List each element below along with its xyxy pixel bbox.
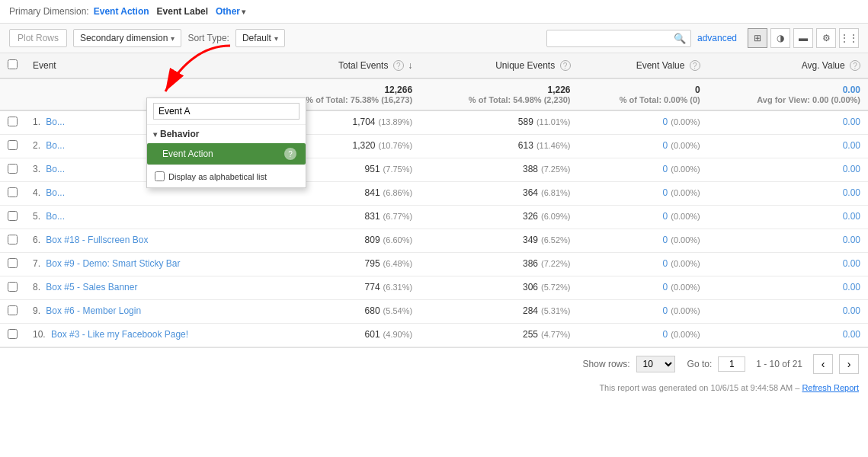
row-checkbox[interactable]: [8, 305, 18, 315]
unique-events-cell: 306(5.72%): [420, 276, 578, 300]
avg-value-cell: 0.00: [708, 110, 868, 135]
dim-event-label[interactable]: Event Label: [157, 6, 208, 17]
unique-events-cell: 386(7.22%): [420, 253, 578, 276]
total-events-help-icon[interactable]: ?: [393, 60, 404, 71]
dim-event-action[interactable]: Event Action: [94, 6, 149, 17]
table-search-box[interactable]: 🔍: [546, 30, 691, 47]
display-alpha-container: Display as alphabetical list: [147, 165, 306, 187]
event-name-link[interactable]: Bo...: [46, 187, 65, 198]
total-events-cell: 680(5.54%): [255, 300, 420, 324]
prev-page-button[interactable]: ‹: [813, 354, 833, 374]
row-checkbox[interactable]: [8, 187, 18, 197]
table-row: 1. Bo... 1,704(13.89%) 589(11.01%) 0(0.0…: [0, 110, 868, 135]
row-checkbox[interactable]: [8, 282, 18, 292]
sort-type-label: Sort Type:: [187, 33, 229, 43]
sort-default-button[interactable]: Default ▾: [235, 29, 285, 47]
summary-row: 12,266 % of Total: 75.38% (16,273) 1,226…: [0, 78, 868, 110]
avg-value-header: Avg. Value ?: [708, 53, 868, 78]
event-name-cell: 5. Bo...: [25, 206, 255, 229]
secondary-dim-search-input[interactable]: [153, 103, 299, 120]
table-search-input[interactable]: [552, 33, 674, 43]
total-events-cell: 795(6.48%): [255, 253, 420, 276]
select-all-checkbox[interactable]: [8, 59, 18, 69]
table-row: 4. Bo... 841(6.86%) 364(6.81%) 0(0.00%) …: [0, 182, 868, 206]
row-checkbox[interactable]: [8, 258, 18, 268]
sec-search-container: [147, 98, 306, 125]
event-value-cell: 0(0.00%): [578, 110, 708, 135]
unique-events-cell: 388(7.25%): [420, 158, 578, 182]
behavior-triangle-icon: ▾: [153, 130, 157, 139]
secondary-dim-button[interactable]: Secondary dimension ▾: [73, 29, 181, 47]
unique-events-help-icon[interactable]: ?: [560, 60, 571, 71]
next-page-button[interactable]: ›: [839, 354, 859, 374]
table-row: 9. Box #6 - Member Login 680(5.54%) 284(…: [0, 300, 868, 324]
event-name-link[interactable]: Box #3 - Like my Facebook Page!: [51, 329, 188, 340]
total-events-cell: 831(6.77%): [255, 206, 420, 229]
primary-dim-bar: Primary Dimension: Event Action Event La…: [0, 0, 868, 24]
pie-view-icon[interactable]: ◑: [770, 28, 790, 48]
row-checkbox[interactable]: [8, 235, 18, 244]
bar-view-icon[interactable]: ▬: [793, 28, 813, 48]
event-header: Event: [25, 53, 255, 78]
unique-events-cell: 255(4.77%): [420, 324, 578, 347]
display-alpha-checkbox[interactable]: [155, 171, 165, 181]
dim-other[interactable]: Other ▾: [216, 6, 245, 17]
avg-value-help-icon[interactable]: ?: [850, 60, 860, 71]
event-value-help-icon[interactable]: ?: [690, 60, 700, 71]
avg-value-cell: 0.00: [708, 182, 868, 206]
grid-view-icon[interactable]: ⊞: [748, 28, 767, 48]
event-name-link[interactable]: Box #5 - Sales Banner: [46, 282, 137, 292]
event-name-link[interactable]: Bo...: [46, 211, 65, 222]
unique-events-cell: 284(5.31%): [420, 300, 578, 324]
row-checkbox[interactable]: [8, 164, 18, 174]
event-name-link[interactable]: Box #18 - Fullscreen Box: [46, 235, 148, 245]
event-value-cell: 0(0.00%): [578, 324, 708, 347]
other-chevron-icon: ▾: [242, 8, 245, 16]
refresh-report-link[interactable]: Refresh Report: [802, 383, 859, 392]
table-row: 5. Bo... 831(6.77%) 326(6.09%) 0(0.00%) …: [0, 206, 868, 229]
sort-chevron-icon: ▾: [274, 34, 278, 43]
row-checkbox[interactable]: [8, 329, 18, 339]
plot-rows-button[interactable]: Plot Rows: [9, 29, 67, 47]
goto-input[interactable]: [718, 356, 745, 372]
event-name-link[interactable]: Box #6 - Member Login: [46, 305, 141, 316]
checkbox-header: [0, 53, 25, 78]
row-checkbox[interactable]: [8, 211, 18, 221]
secondary-dim-dropdown: ▾ Behavior Event Action ? Display as alp…: [146, 97, 306, 188]
table-view-icon[interactable]: ⋮⋮: [839, 28, 859, 48]
total-events-sort-icon[interactable]: ↓: [408, 60, 412, 71]
event-name-link[interactable]: Bo...: [46, 117, 65, 127]
range-label: 1 - 10 of 21: [756, 359, 802, 369]
show-rows-label: Show rows:: [583, 359, 630, 369]
rows-select[interactable]: 10 25 50 100: [636, 356, 675, 372]
avg-value-cell: 0.00: [708, 158, 868, 182]
event-name-cell: 10. Box #3 - Like my Facebook Page!: [25, 324, 255, 347]
advanced-link[interactable]: advanced: [697, 33, 737, 43]
summary-event-value: 0 % of Total: 0.00% (0): [578, 78, 708, 110]
row-checkbox[interactable]: [8, 140, 18, 150]
unique-events-header: Unique Events ?: [420, 53, 578, 78]
table-header-row: Event Total Events ? ↓ Unique Events ? E…: [0, 53, 868, 78]
event-name-cell: 6. Box #18 - Fullscreen Box: [25, 229, 255, 253]
event-action-dropdown-item[interactable]: Event Action ?: [147, 143, 306, 165]
table-row: 2. Bo... 1,320(10.76%) 613(11.46%) 0(0.0…: [0, 135, 868, 158]
event-value-cell: 0(0.00%): [578, 229, 708, 253]
event-name-link[interactable]: Bo...: [46, 140, 65, 151]
event-name-link[interactable]: Box #9 - Demo: Smart Sticky Bar: [46, 258, 180, 269]
avg-value-cell: 0.00: [708, 206, 868, 229]
settings-view-icon[interactable]: ⚙: [816, 28, 836, 48]
table-footer: Show rows: 10 25 50 100 Go to: 1 - 10 of…: [0, 347, 868, 380]
unique-events-cell: 326(6.09%): [420, 206, 578, 229]
event-name-cell: 7. Box #9 - Demo: Smart Sticky Bar: [25, 253, 255, 276]
total-events-cell: 809(6.60%): [255, 229, 420, 253]
event-value-cell: 0(0.00%): [578, 182, 708, 206]
row-checkbox[interactable]: [8, 117, 18, 126]
toolbar: Plot Rows Secondary dimension ▾ ▾ Behavi…: [0, 24, 868, 53]
search-icon[interactable]: 🔍: [674, 33, 686, 44]
event-value-cell: 0(0.00%): [578, 253, 708, 276]
unique-events-cell: 349(6.52%): [420, 229, 578, 253]
event-value-cell: 0(0.00%): [578, 206, 708, 229]
event-name-link[interactable]: Bo...: [46, 164, 65, 174]
avg-value-cell: 0.00: [708, 229, 868, 253]
event-name-cell: 8. Box #5 - Sales Banner: [25, 276, 255, 300]
